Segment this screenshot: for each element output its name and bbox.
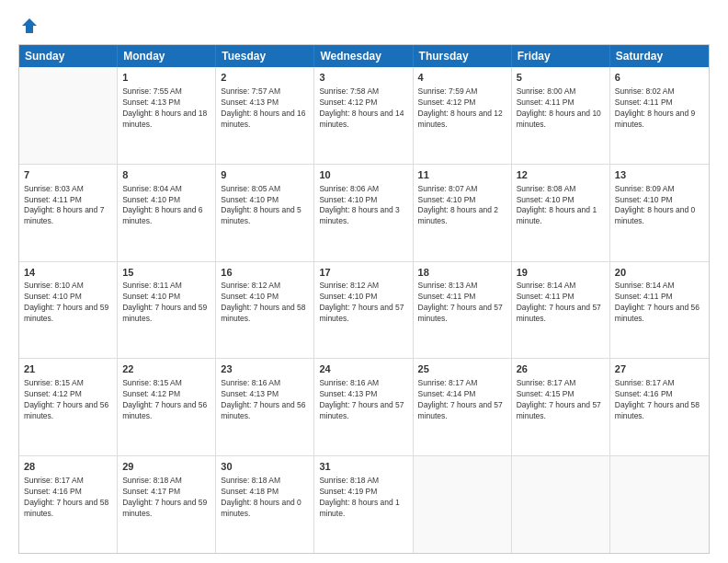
- header-day-tuesday: Tuesday: [216, 45, 314, 67]
- calendar-cell: 10Sunrise: 8:06 AMSunset: 4:10 PMDayligh…: [314, 165, 413, 261]
- day-number: 13: [615, 168, 704, 182]
- header: [18, 17, 710, 35]
- day-number: 4: [418, 71, 506, 85]
- cell-info: Sunrise: 8:00 AMSunset: 4:11 PMDaylight:…: [517, 86, 605, 131]
- calendar-cell: 3Sunrise: 7:58 AMSunset: 4:12 PMDaylight…: [314, 67, 413, 164]
- svg-marker-0: [22, 18, 37, 33]
- day-number: 29: [122, 460, 210, 474]
- calendar: SundayMondayTuesdayWednesdayThursdayFrid…: [18, 44, 710, 554]
- day-number: 27: [615, 362, 704, 376]
- calendar-week-5: 28Sunrise: 8:17 AMSunset: 4:16 PMDayligh…: [19, 456, 709, 553]
- day-number: 14: [24, 266, 112, 280]
- cell-info: Sunrise: 7:59 AMSunset: 4:12 PMDaylight:…: [418, 86, 506, 131]
- day-number: 2: [221, 71, 309, 85]
- day-number: 7: [24, 168, 112, 182]
- day-number: 28: [24, 460, 112, 474]
- day-number: 19: [517, 266, 605, 280]
- calendar-cell: [414, 456, 512, 553]
- calendar-cell: [610, 456, 709, 553]
- calendar-cell: 16Sunrise: 8:12 AMSunset: 4:10 PMDayligh…: [216, 262, 314, 359]
- day-number: 25: [418, 362, 506, 376]
- calendar-cell: 2Sunrise: 7:57 AMSunset: 4:13 PMDaylight…: [216, 67, 314, 164]
- cell-info: Sunrise: 7:58 AMSunset: 4:12 PMDaylight:…: [319, 86, 407, 131]
- day-number: 10: [319, 168, 407, 182]
- day-number: 1: [122, 71, 210, 85]
- cell-info: Sunrise: 8:04 AMSunset: 4:10 PMDaylight:…: [122, 184, 210, 228]
- header-day-wednesday: Wednesday: [314, 45, 413, 67]
- day-number: 16: [221, 266, 309, 280]
- cell-info: Sunrise: 8:18 AMSunset: 4:19 PMDaylight:…: [319, 476, 407, 520]
- cell-info: Sunrise: 8:14 AMSunset: 4:11 PMDaylight:…: [517, 281, 605, 325]
- cell-info: Sunrise: 8:17 AMSunset: 4:16 PMDaylight:…: [24, 476, 112, 520]
- day-number: 26: [517, 362, 605, 376]
- calendar-cell: 23Sunrise: 8:16 AMSunset: 4:13 PMDayligh…: [216, 359, 314, 455]
- cell-info: Sunrise: 8:17 AMSunset: 4:16 PMDaylight:…: [615, 378, 704, 422]
- cell-info: Sunrise: 8:16 AMSunset: 4:13 PMDaylight:…: [221, 378, 309, 422]
- calendar-cell: 19Sunrise: 8:14 AMSunset: 4:11 PMDayligh…: [512, 262, 610, 359]
- calendar-cell: 11Sunrise: 8:07 AMSunset: 4:10 PMDayligh…: [414, 165, 512, 261]
- day-number: 21: [24, 362, 112, 376]
- calendar-cell: 14Sunrise: 8:10 AMSunset: 4:10 PMDayligh…: [19, 262, 118, 359]
- page: SundayMondayTuesdayWednesdayThursdayFrid…: [0, 0, 728, 563]
- day-number: 12: [517, 168, 605, 182]
- calendar-cell: 20Sunrise: 8:14 AMSunset: 4:11 PMDayligh…: [610, 262, 709, 359]
- cell-info: Sunrise: 8:10 AMSunset: 4:10 PMDaylight:…: [24, 281, 112, 325]
- day-number: 17: [319, 266, 407, 280]
- cell-info: Sunrise: 7:55 AMSunset: 4:13 PMDaylight:…: [122, 86, 210, 131]
- cell-info: Sunrise: 8:14 AMSunset: 4:11 PMDaylight:…: [615, 281, 704, 325]
- calendar-cell: 27Sunrise: 8:17 AMSunset: 4:16 PMDayligh…: [610, 359, 709, 455]
- cell-info: Sunrise: 8:11 AMSunset: 4:10 PMDaylight:…: [122, 281, 210, 325]
- cell-info: Sunrise: 8:03 AMSunset: 4:11 PMDaylight:…: [24, 184, 112, 228]
- cell-info: Sunrise: 8:08 AMSunset: 4:10 PMDaylight:…: [517, 184, 605, 228]
- calendar-cell: 29Sunrise: 8:18 AMSunset: 4:17 PMDayligh…: [118, 456, 216, 553]
- calendar-cell: 15Sunrise: 8:11 AMSunset: 4:10 PMDayligh…: [118, 262, 216, 359]
- day-number: 6: [615, 71, 704, 85]
- day-number: 20: [615, 266, 704, 280]
- calendar-cell: 21Sunrise: 8:15 AMSunset: 4:12 PMDayligh…: [19, 359, 118, 455]
- calendar-week-1: 1Sunrise: 7:55 AMSunset: 4:13 PMDaylight…: [19, 67, 709, 165]
- calendar-cell: 12Sunrise: 8:08 AMSunset: 4:10 PMDayligh…: [512, 165, 610, 261]
- calendar-week-3: 14Sunrise: 8:10 AMSunset: 4:10 PMDayligh…: [19, 262, 709, 360]
- cell-info: Sunrise: 8:12 AMSunset: 4:10 PMDaylight:…: [319, 281, 407, 325]
- calendar-cell: 1Sunrise: 7:55 AMSunset: 4:13 PMDaylight…: [118, 67, 216, 164]
- calendar-cell: 30Sunrise: 8:18 AMSunset: 4:18 PMDayligh…: [216, 456, 314, 553]
- calendar-cell: [512, 456, 610, 553]
- calendar-cell: [19, 67, 118, 164]
- calendar-cell: 24Sunrise: 8:16 AMSunset: 4:13 PMDayligh…: [314, 359, 413, 455]
- day-number: 8: [122, 168, 210, 182]
- calendar-cell: 31Sunrise: 8:18 AMSunset: 4:19 PMDayligh…: [314, 456, 413, 553]
- calendar-cell: 6Sunrise: 8:02 AMSunset: 4:11 PMDaylight…: [610, 67, 709, 164]
- day-number: 18: [418, 266, 506, 280]
- logo-icon: [20, 17, 39, 35]
- day-number: 30: [221, 460, 309, 474]
- calendar-cell: 5Sunrise: 8:00 AMSunset: 4:11 PMDaylight…: [512, 67, 610, 164]
- header-day-thursday: Thursday: [414, 45, 512, 67]
- cell-info: Sunrise: 8:06 AMSunset: 4:10 PMDaylight:…: [319, 184, 407, 228]
- day-number: 9: [221, 168, 309, 182]
- day-number: 5: [517, 71, 605, 85]
- calendar-week-4: 21Sunrise: 8:15 AMSunset: 4:12 PMDayligh…: [19, 359, 709, 456]
- calendar-cell: 7Sunrise: 8:03 AMSunset: 4:11 PMDaylight…: [19, 165, 118, 261]
- day-number: 11: [418, 168, 506, 182]
- header-day-sunday: Sunday: [19, 45, 118, 67]
- calendar-cell: 8Sunrise: 8:04 AMSunset: 4:10 PMDaylight…: [118, 165, 216, 261]
- cell-info: Sunrise: 8:12 AMSunset: 4:10 PMDaylight:…: [221, 281, 309, 325]
- calendar-cell: 28Sunrise: 8:17 AMSunset: 4:16 PMDayligh…: [19, 456, 118, 553]
- calendar-body: 1Sunrise: 7:55 AMSunset: 4:13 PMDaylight…: [19, 67, 709, 553]
- cell-info: Sunrise: 7:57 AMSunset: 4:13 PMDaylight:…: [221, 86, 309, 131]
- header-day-friday: Friday: [512, 45, 610, 67]
- header-day-monday: Monday: [118, 45, 216, 67]
- calendar-cell: 26Sunrise: 8:17 AMSunset: 4:15 PMDayligh…: [512, 359, 610, 455]
- day-number: 23: [221, 362, 309, 376]
- calendar-cell: 9Sunrise: 8:05 AMSunset: 4:10 PMDaylight…: [216, 165, 314, 261]
- calendar-cell: 17Sunrise: 8:12 AMSunset: 4:10 PMDayligh…: [314, 262, 413, 359]
- calendar-week-2: 7Sunrise: 8:03 AMSunset: 4:11 PMDaylight…: [19, 165, 709, 262]
- cell-info: Sunrise: 8:17 AMSunset: 4:14 PMDaylight:…: [418, 378, 506, 422]
- day-number: 15: [122, 266, 210, 280]
- cell-info: Sunrise: 8:18 AMSunset: 4:18 PMDaylight:…: [221, 476, 309, 520]
- day-number: 3: [319, 71, 407, 85]
- day-number: 31: [319, 460, 407, 474]
- calendar-cell: 13Sunrise: 8:09 AMSunset: 4:10 PMDayligh…: [610, 165, 709, 261]
- calendar-cell: 18Sunrise: 8:13 AMSunset: 4:11 PMDayligh…: [414, 262, 512, 359]
- day-number: 24: [319, 362, 407, 376]
